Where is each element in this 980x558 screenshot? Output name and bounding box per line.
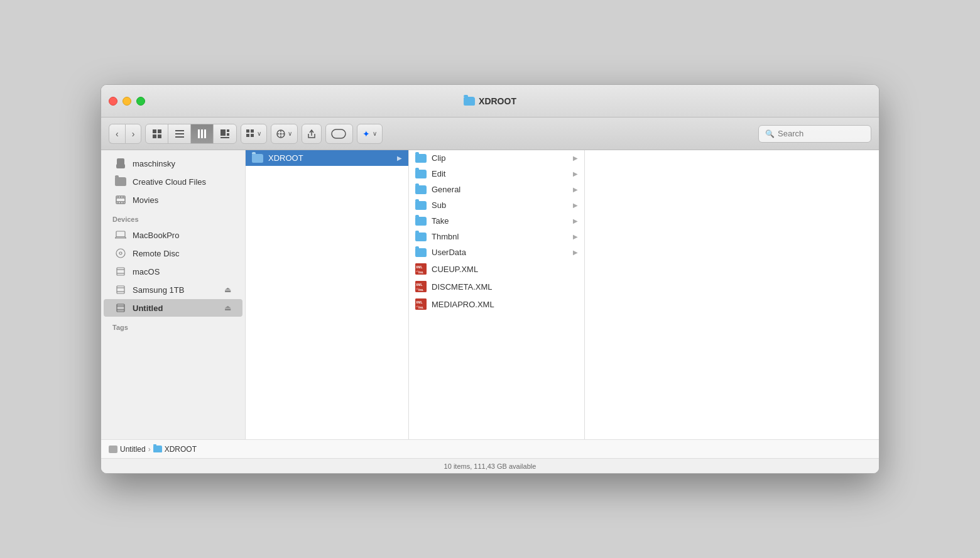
sidebar-item-untitled[interactable]: Untitled ⏏	[104, 299, 242, 317]
eject-icon-untitled[interactable]: ⏏	[224, 304, 231, 312]
sidebar-label-samsung: Samsung 1TB	[133, 285, 184, 295]
breadcrumb-folder-label[interactable]: XDROOT	[165, 445, 197, 454]
chevron-edit: ▶	[573, 170, 578, 177]
svg-rect-9	[204, 129, 206, 138]
nav-buttons: ‹ ›	[109, 124, 141, 144]
window-title-area: XDROOT	[464, 96, 516, 106]
disc-icon	[115, 248, 126, 259]
sidebar-item-creative-cloud[interactable]: Creative Cloud Files	[104, 173, 242, 190]
toolbar: ‹ ›	[101, 118, 879, 150]
column-item-edit[interactable]: Edit ▶	[409, 166, 584, 182]
sidebar-label-maschinsky: maschinsky	[133, 159, 175, 168]
maximize-button[interactable]	[136, 97, 145, 106]
svg-rect-17	[251, 134, 254, 137]
column-view-button[interactable]	[191, 124, 214, 143]
sidebar-item-movies[interactable]: Movies	[104, 191, 242, 209]
folder-icon-general	[415, 185, 427, 194]
share-button[interactable]	[302, 124, 322, 144]
sidebar-item-remote-disc[interactable]: Remote Disc	[104, 244, 242, 262]
search-box[interactable]: 🔍	[758, 125, 871, 143]
svg-rect-23	[283, 133, 285, 134]
close-button[interactable]	[109, 97, 117, 106]
column-item-label-mediapro: MEDIAPRO.XML	[432, 300, 494, 309]
drive-icon-samsung	[115, 284, 126, 295]
svg-rect-12	[227, 133, 229, 136]
sidebar-item-macbookpro[interactable]: MacBookPro	[104, 226, 242, 244]
column-item-clip[interactable]: Clip ▶	[409, 150, 584, 166]
svg-rect-0	[153, 129, 156, 133]
search-input[interactable]	[778, 129, 859, 138]
breadcrumb-folder-icon	[153, 446, 162, 452]
svg-rect-10	[220, 129, 226, 136]
svg-rect-27	[116, 164, 125, 168]
devices-section-label: Devices	[101, 209, 245, 226]
column-item-cueup-xml[interactable]: XML </> CUEUP.XML	[409, 260, 584, 278]
svg-rect-8	[201, 129, 203, 138]
group-button[interactable]: ∨	[241, 124, 267, 144]
column-item-take[interactable]: Take ▶	[409, 213, 584, 229]
svg-rect-43	[117, 286, 124, 293]
folder-icon	[115, 176, 126, 187]
svg-text:XML: XML	[416, 300, 423, 304]
chevron-take: ▶	[573, 217, 578, 224]
column-item-userdata[interactable]: UserData ▶	[409, 244, 584, 260]
sidebar-label-untitled: Untitled	[133, 304, 163, 313]
column-item-discmeta-xml[interactable]: XML </> DISCMETA.XML	[409, 278, 584, 295]
window-title: XDROOT	[479, 96, 516, 106]
xml-icon-cueup: XML </>	[415, 263, 427, 275]
sidebar-item-macos[interactable]: macOS	[104, 263, 242, 280]
dropbox-chevron: ∨	[373, 130, 377, 137]
list-view-button[interactable]	[168, 124, 191, 143]
chevron-clip: ▶	[573, 155, 578, 161]
finder-window: XDROOT ‹ ›	[101, 84, 879, 474]
forward-button[interactable]: ›	[125, 124, 142, 144]
xml-icon-mediapro: XML </>	[415, 298, 427, 310]
svg-rect-37	[116, 231, 125, 237]
column-item-label-thmbnl: Thmbnl	[432, 232, 459, 241]
svg-rect-2	[153, 134, 156, 138]
search-icon: 🔍	[765, 129, 775, 138]
folder-icon-userdata	[415, 248, 427, 257]
sidebar-item-maschinsky[interactable]: maschinsky	[104, 155, 242, 172]
sidebar-item-samsung[interactable]: Samsung 1TB ⏏	[104, 281, 242, 298]
column-item-xdroot[interactable]: XDROOT ▶	[246, 150, 408, 166]
folder-icon-xdroot	[252, 154, 263, 163]
breadcrumb-drive-icon	[109, 446, 117, 453]
dropbox-icon: ✦	[362, 129, 370, 139]
xml-icon-discmeta: XML </>	[415, 281, 427, 292]
tag-button[interactable]	[325, 124, 353, 144]
column-item-label-xdroot: XDROOT	[268, 153, 303, 163]
traffic-lights	[109, 97, 145, 106]
gallery-view-button[interactable]	[214, 124, 236, 143]
svg-rect-6	[175, 136, 184, 138]
column-3	[585, 150, 879, 439]
folder-icon-thmbnl	[415, 232, 427, 241]
breadcrumb-drive-label[interactable]: Untitled	[120, 445, 146, 454]
action-button[interactable]: ∨	[271, 124, 298, 144]
svg-rect-16	[246, 134, 249, 137]
view-buttons	[145, 124, 237, 144]
sidebar-label-movies: Movies	[133, 195, 158, 205]
svg-rect-15	[251, 129, 254, 133]
column-item-thmbnl[interactable]: Thmbnl ▶	[409, 229, 584, 244]
column-item-general[interactable]: General ▶	[409, 182, 584, 197]
chevron-xdroot: ▶	[397, 155, 402, 161]
svg-rect-7	[198, 129, 200, 138]
column-item-mediapro-xml[interactable]: XML </> MEDIAPRO.XML	[409, 295, 584, 313]
back-button[interactable]: ‹	[109, 124, 125, 144]
column-item-sub[interactable]: Sub ▶	[409, 197, 584, 213]
svg-text:</>: </>	[416, 287, 420, 290]
minimize-button[interactable]	[122, 97, 131, 106]
laptop-icon	[115, 229, 126, 241]
svg-text:XML: XML	[416, 265, 423, 269]
eject-icon-samsung[interactable]: ⏏	[224, 285, 231, 294]
icon-view-button[interactable]	[146, 124, 168, 143]
chevron-sub: ▶	[573, 202, 578, 209]
titlebar: XDROOT	[101, 85, 879, 118]
svg-rect-40	[117, 268, 124, 275]
column-item-label-take: Take	[432, 216, 449, 226]
dropbox-button[interactable]: ✦ ∨	[357, 124, 383, 144]
svg-rect-1	[158, 129, 161, 133]
svg-rect-4	[175, 130, 184, 131]
breadcrumb-bar: Untitled › XDROOT	[101, 439, 879, 458]
